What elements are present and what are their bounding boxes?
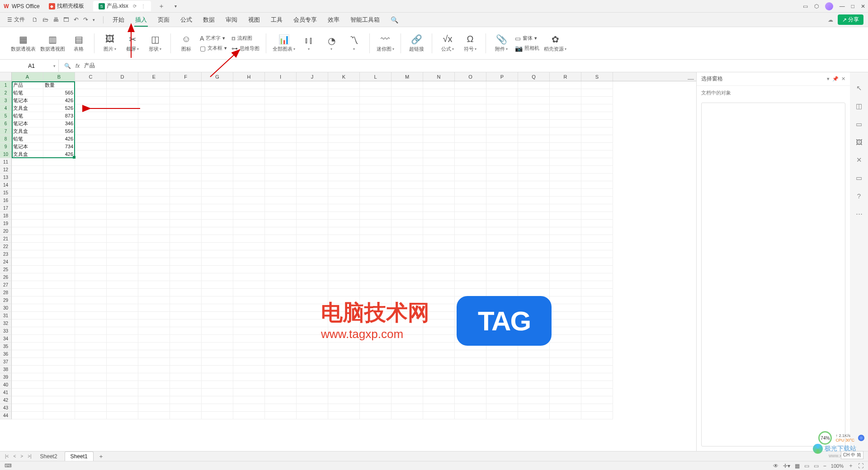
cell[interactable]	[486, 281, 518, 289]
cell[interactable]	[518, 335, 550, 343]
cell[interactable]	[75, 266, 107, 273]
screenshot-button[interactable]: ✂截屏▾	[123, 34, 142, 52]
cell[interactable]	[392, 150, 423, 158]
cell[interactable]	[12, 366, 43, 373]
cell[interactable]	[581, 166, 613, 174]
cell[interactable]	[265, 112, 297, 120]
cell[interactable]	[170, 235, 202, 243]
cell[interactable]	[392, 181, 423, 189]
cell[interactable]	[12, 181, 43, 189]
cell[interactable]	[392, 358, 423, 366]
cell[interactable]	[581, 120, 613, 127]
shapes-button[interactable]: ◫形状▾	[146, 34, 164, 52]
select-all-corner[interactable]	[0, 72, 12, 81]
row-header[interactable]: 7	[0, 127, 12, 135]
cell[interactable]	[328, 181, 360, 189]
cell[interactable]: 文具盒	[12, 127, 43, 135]
clipboard-icon[interactable]: ▭	[856, 120, 862, 128]
cell[interactable]	[518, 197, 550, 204]
cell[interactable]	[233, 273, 265, 281]
cell[interactable]	[202, 343, 233, 350]
cell[interactable]	[265, 320, 297, 327]
cell[interactable]	[202, 150, 233, 158]
cell[interactable]	[265, 189, 297, 197]
cell[interactable]	[265, 281, 297, 289]
cell[interactable]	[170, 220, 202, 227]
cell[interactable]	[107, 250, 138, 258]
cell[interactable]	[518, 104, 550, 112]
cell[interactable]	[455, 327, 486, 335]
cell[interactable]	[328, 235, 360, 243]
attachment-button[interactable]: 📎附件▾	[492, 34, 510, 52]
cell[interactable]	[297, 250, 328, 258]
cell[interactable]	[12, 289, 43, 296]
column-header[interactable]: S	[581, 72, 613, 81]
cell[interactable]	[233, 235, 265, 243]
row-header[interactable]: 26	[0, 273, 12, 281]
cell[interactable]: 526	[43, 104, 75, 112]
cell[interactable]	[423, 273, 455, 281]
cell[interactable]	[75, 320, 107, 327]
grid-pane[interactable]: ABCDEFGHIJKLMNOPQRS 1产品数量2铅笔5653笔记本4264文…	[0, 72, 696, 451]
cell[interactable]	[107, 181, 138, 189]
cell[interactable]	[455, 389, 486, 396]
cell[interactable]	[518, 304, 550, 312]
cell[interactable]	[518, 189, 550, 197]
cell[interactable]	[202, 358, 233, 366]
cell[interactable]	[233, 189, 265, 197]
cell[interactable]	[360, 135, 392, 143]
cell[interactable]	[43, 235, 75, 243]
cell[interactable]	[265, 343, 297, 350]
cell[interactable]	[75, 343, 107, 350]
cell[interactable]	[202, 104, 233, 112]
cell[interactable]	[297, 412, 328, 419]
cell[interactable]	[12, 335, 43, 343]
cell[interactable]	[360, 189, 392, 197]
cell[interactable]	[518, 81, 550, 89]
cell[interactable]	[297, 166, 328, 174]
cell[interactable]	[423, 412, 455, 419]
cell[interactable]	[360, 396, 392, 404]
menu-file[interactable]: ☰ 文件	[5, 16, 28, 24]
row-header[interactable]: 38	[0, 366, 12, 373]
cell[interactable]	[360, 373, 392, 381]
cell[interactable]	[328, 296, 360, 304]
cell[interactable]	[360, 258, 392, 266]
cell[interactable]	[202, 220, 233, 227]
cell[interactable]	[107, 281, 138, 289]
row-header[interactable]: 34	[0, 335, 12, 343]
cell[interactable]	[455, 289, 486, 296]
row-header[interactable]: 13	[0, 174, 12, 181]
cell[interactable]	[138, 212, 170, 220]
cell[interactable]	[265, 235, 297, 243]
cell[interactable]	[518, 320, 550, 327]
cell[interactable]	[233, 135, 265, 143]
column-header[interactable]: D	[107, 72, 138, 81]
cell[interactable]	[550, 97, 581, 104]
cell[interactable]	[75, 350, 107, 358]
cell[interactable]	[75, 335, 107, 343]
cell[interactable]	[360, 120, 392, 127]
cell[interactable]	[233, 227, 265, 235]
more-icon[interactable]: ⋯	[856, 210, 863, 218]
cell[interactable]	[328, 412, 360, 419]
cell[interactable]	[12, 243, 43, 250]
cell[interactable]	[75, 120, 107, 127]
cell[interactable]	[360, 181, 392, 189]
cell[interactable]	[107, 312, 138, 320]
cell[interactable]	[202, 227, 233, 235]
cell[interactable]	[202, 312, 233, 320]
cell[interactable]	[138, 320, 170, 327]
cell[interactable]	[138, 243, 170, 250]
close-icon[interactable]: ✕	[841, 76, 845, 82]
cell[interactable]	[297, 281, 328, 289]
row-header[interactable]: 22	[0, 243, 12, 250]
cell[interactable]	[423, 243, 455, 250]
cell[interactable]	[455, 412, 486, 419]
cell[interactable]	[12, 258, 43, 266]
cell[interactable]	[360, 158, 392, 166]
cell[interactable]	[265, 396, 297, 404]
cell[interactable]	[581, 112, 613, 120]
cell[interactable]	[518, 350, 550, 358]
cell[interactable]	[202, 235, 233, 243]
